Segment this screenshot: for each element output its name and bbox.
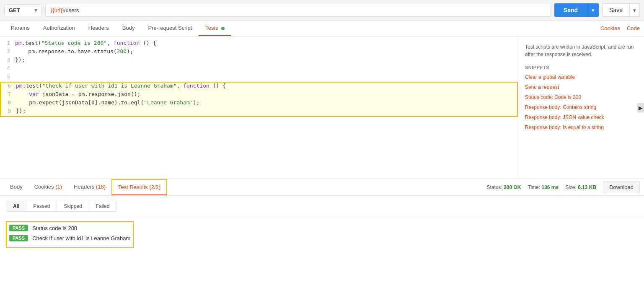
code-line: 7 var jsonData = pm.response.json(); bbox=[1, 91, 517, 99]
bottom-panel: Body Cookies (1) Headers (18) Test Resul… bbox=[0, 179, 644, 252]
tab-body[interactable]: Body bbox=[116, 21, 142, 36]
bottom-tab-cookies[interactable]: Cookies (1) bbox=[28, 179, 68, 195]
bottom-tab-headers[interactable]: Headers (18) bbox=[68, 179, 111, 195]
filter-bar: AllPassedSkippedFailed bbox=[0, 196, 644, 217]
line-content: }); bbox=[15, 57, 518, 63]
line-number: 1 bbox=[0, 40, 15, 46]
bottom-tab-body[interactable]: Body bbox=[4, 179, 28, 195]
filter-button-all[interactable]: All bbox=[6, 201, 26, 212]
snippet-item[interactable]: Status code: Code is 200 bbox=[525, 94, 637, 100]
size-value: 6.13 KB bbox=[578, 184, 596, 190]
sidebar: Test scripts are written in JavaScript, … bbox=[518, 36, 644, 179]
code-line: 1pm.test("Status code is 200", function … bbox=[0, 40, 518, 48]
status-bar: Status: 200 OK Time: 136 ms Size: 6.13 K… bbox=[486, 181, 640, 193]
code-line: 5 bbox=[0, 73, 518, 82]
sidebar-expand-icon[interactable]: ▶ bbox=[637, 103, 644, 112]
status-value: 200 OK bbox=[504, 184, 521, 190]
send-dropdown-button[interactable]: ▾ bbox=[587, 3, 599, 17]
send-button-group: Send ▾ bbox=[554, 3, 599, 17]
filter-button-failed[interactable]: Failed bbox=[89, 201, 117, 212]
tab-params[interactable]: Params bbox=[4, 21, 36, 36]
main-area: 1pm.test("Status code is 200", function … bbox=[0, 36, 644, 179]
snippet-item[interactable]: Response body: Is equal to a string bbox=[525, 124, 637, 130]
code-editor[interactable]: 1pm.test("Status code is 200", function … bbox=[0, 36, 518, 179]
send-button[interactable]: Send bbox=[554, 3, 587, 17]
snippet-item[interactable]: Send a request bbox=[525, 84, 637, 90]
test-result-item: PASSStatus code is 200 bbox=[9, 225, 130, 231]
cookies-link[interactable]: Cookies bbox=[600, 21, 620, 36]
code-link[interactable]: Code bbox=[627, 21, 640, 36]
snippet-item[interactable]: Response body: JSON value check bbox=[525, 114, 637, 120]
code-line: 9}); bbox=[1, 108, 517, 116]
result-text: Check if user with id1 is Leanne Graham bbox=[32, 235, 130, 241]
line-content: pm.response.to.have.status(200); bbox=[15, 48, 518, 54]
save-dropdown-button[interactable]: ▾ bbox=[629, 4, 639, 16]
test-result-item: PASSCheck if user with id1 is Leanne Gra… bbox=[9, 235, 130, 241]
pass-badge: PASS bbox=[9, 225, 28, 231]
save-button[interactable]: Save bbox=[603, 4, 629, 16]
result-text: Status code is 200 bbox=[32, 225, 77, 231]
sidebar-description: Test scripts are written in JavaScript, … bbox=[525, 43, 637, 58]
code-line: 2 pm.response.to.have.status(200); bbox=[0, 48, 518, 57]
line-number: 9 bbox=[1, 108, 16, 114]
line-number: 2 bbox=[0, 48, 15, 54]
tab-right-links: Cookies Code bbox=[600, 21, 640, 36]
tests-dot-icon bbox=[221, 27, 225, 30]
code-line: 8 pm.expect(jsonData[0].name).to.eql("Le… bbox=[1, 99, 517, 108]
time-label: Time: 136 ms bbox=[528, 184, 559, 190]
tab-tests[interactable]: Tests bbox=[199, 21, 231, 36]
tab-pre-request-script[interactable]: Pre-request Script bbox=[141, 21, 199, 36]
method-label: GET bbox=[9, 7, 20, 13]
filter-button-skipped[interactable]: Skipped bbox=[57, 201, 89, 212]
bottom-tab-bar: Body Cookies (1) Headers (18) Test Resul… bbox=[0, 179, 644, 196]
line-number: 7 bbox=[1, 91, 16, 97]
filter-button-passed[interactable]: Passed bbox=[26, 201, 57, 212]
save-button-group: Save ▾ bbox=[602, 3, 640, 17]
size-label: Size: 6.13 KB bbox=[565, 184, 596, 190]
code-line: 6pm.test("Check if user with id1 is Lean… bbox=[1, 83, 517, 91]
snippet-item[interactable]: Clear a global variable bbox=[525, 74, 637, 80]
line-content: pm.test("Status code is 200", function (… bbox=[15, 40, 518, 46]
tab-headers[interactable]: Headers bbox=[82, 21, 116, 36]
url-var-part: {{url}} bbox=[51, 7, 64, 13]
url-path-part: /users bbox=[64, 7, 79, 13]
method-chevron-icon: ▾ bbox=[34, 7, 37, 13]
line-number: 3 bbox=[0, 57, 15, 63]
line-number: 6 bbox=[1, 83, 16, 89]
line-content: }); bbox=[16, 108, 517, 114]
request-tab-bar: Params Authorization Headers Body Pre-re… bbox=[0, 21, 644, 36]
line-number: 4 bbox=[0, 65, 15, 71]
results-highlighted-box: PASSStatus code is 200PASSCheck if user … bbox=[6, 221, 134, 248]
test-results: PASSStatus code is 200PASSCheck if user … bbox=[0, 217, 644, 252]
snippets-list: Clear a global variableSend a requestSta… bbox=[525, 74, 637, 130]
url-bar[interactable]: {{url}}/users bbox=[45, 4, 551, 17]
method-select[interactable]: GET ▾ bbox=[4, 4, 42, 16]
time-value: 136 ms bbox=[541, 184, 559, 190]
top-bar: GET ▾ {{url}}/users Send ▾ Save ▾ bbox=[0, 0, 644, 21]
snippets-title: SNIPPETS bbox=[525, 65, 637, 70]
download-button[interactable]: Download bbox=[603, 181, 640, 193]
code-line: 3}); bbox=[0, 57, 518, 65]
snippet-item[interactable]: Response body: Contains string bbox=[525, 104, 637, 110]
line-number: 8 bbox=[1, 99, 16, 106]
line-content: var jsonData = pm.response.json(); bbox=[16, 91, 517, 97]
code-line: 4 bbox=[0, 65, 518, 73]
status-label: Status: 200 OK bbox=[486, 184, 521, 190]
bottom-tab-test-results[interactable]: Test Results (2/2) bbox=[111, 179, 167, 195]
line-content: pm.test("Check if user with id1 is Leann… bbox=[16, 83, 517, 89]
line-number: 5 bbox=[0, 73, 15, 80]
line-content: pm.expect(jsonData[0].name).to.eql("Lean… bbox=[16, 99, 517, 106]
pass-badge: PASS bbox=[9, 235, 28, 241]
tab-authorization[interactable]: Authorization bbox=[36, 21, 82, 36]
